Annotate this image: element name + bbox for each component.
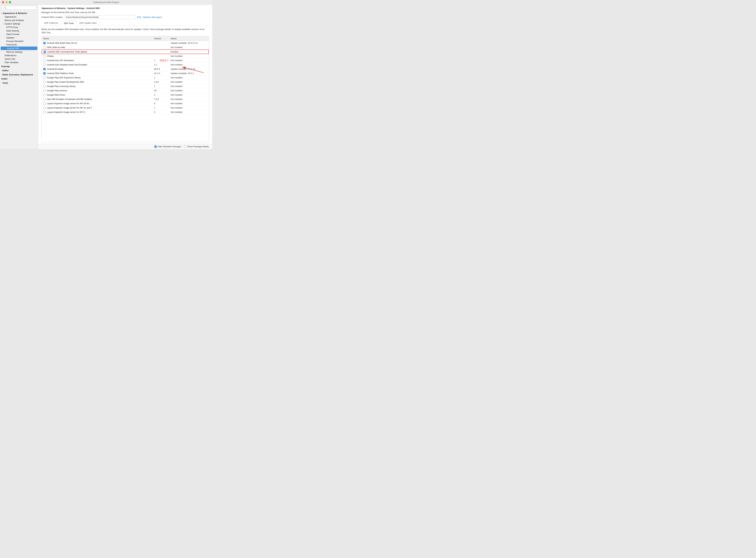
table-row: Android SDK Platform-Tools 31.0.3 Update… — [42, 71, 209, 76]
row-checkbox[interactable] — [43, 102, 46, 105]
window-controls[interactable] — [2, 1, 11, 3]
tab-sdk-update-sites[interactable]: SDK Update Sites — [77, 21, 99, 26]
table-body: Android SDK Build-Tools 33-rc2 Update Av… — [42, 41, 209, 114]
table-row: NDK (Side by side) Not Installed — [42, 45, 209, 50]
sdk-location-input[interactable] — [65, 15, 136, 19]
sdk-table: Name Version Status Android SDK Build-To… — [42, 36, 209, 142]
row-status: Installed — [170, 51, 207, 53]
hide-obsolete-checkbox[interactable] — [154, 146, 157, 148]
table-row: Google Web Driver 2 Not installed — [42, 93, 209, 97]
section-editor: › Editor — [0, 69, 38, 72]
sidebar-item-appearance-behavior[interactable]: ▾ Appearance & Behavior — [0, 11, 38, 15]
expand-arrow-system-settings-icon: ▾ — [3, 23, 4, 25]
row-checkbox[interactable] — [44, 51, 46, 53]
row-checkbox[interactable] — [43, 46, 46, 49]
row-name: Android SDK Platform-Tools — [47, 72, 74, 75]
row-name-cell: Google Play Instant Development SDK — [43, 81, 154, 83]
row-checkbox[interactable] — [43, 111, 46, 113]
row-status: Not installed — [171, 64, 207, 66]
close-button[interactable] — [2, 1, 4, 3]
sidebar-item-build-execution[interactable]: › Build, Execution, Deployment — [0, 73, 38, 77]
row-checkbox[interactable] — [43, 85, 46, 87]
sidebar-label-keymap: Keymap — [1, 65, 10, 68]
row-checkbox[interactable] — [43, 98, 46, 100]
row-checkbox[interactable] — [43, 55, 46, 57]
sidebar-item-tools[interactable]: › Tools — [0, 81, 38, 85]
row-version: 49 — [154, 89, 171, 92]
minimize-button[interactable] — [5, 1, 8, 3]
sidebar-item-menus-toolbars[interactable]: Menus and Toolbars — [0, 19, 38, 22]
row-checkbox[interactable] — [43, 77, 46, 79]
row-version: 6 — [154, 102, 171, 105]
sidebar-item-memory-settings[interactable]: Memory Settings — [0, 50, 38, 54]
breadcrumb: Appearance & Behavior › System Settings … — [42, 7, 209, 9]
row-name-cell: Android SDK Command-line Tools (latest) — [44, 51, 154, 53]
row-name-cell: Android Emulator — [43, 68, 154, 70]
table-row: Android SDK Command-line Tools (latest) … — [42, 50, 209, 54]
sidebar-item-android-sdk[interactable]: Android SDK — [1, 47, 37, 50]
row-checkbox[interactable] — [43, 42, 46, 44]
sidebar-item-appearance[interactable]: Appearance — [0, 15, 38, 19]
row-name: NDK (Side by side) — [47, 46, 65, 49]
section-kotlin: Kotlin — [0, 77, 38, 81]
row-name-cell: Android SDK Platform-Tools — [43, 72, 154, 75]
sidebar-item-process-elevation[interactable]: Process Elevation — [0, 40, 38, 43]
sidebar-item-keymap[interactable]: Keymap — [0, 65, 38, 68]
row-name: Android Auto API Simulators — [47, 59, 74, 61]
row-checkbox[interactable] — [43, 68, 46, 70]
row-checkbox[interactable] — [43, 107, 46, 109]
sidebar-item-notifications[interactable]: Notifications — [0, 54, 38, 57]
row-status: Not Installed — [171, 55, 207, 57]
sidebar-item-passwords[interactable]: Passwords — [0, 43, 38, 46]
sidebar-item-updates[interactable]: Updates — [0, 36, 38, 40]
sidebar-item-http-proxy[interactable]: HTTP Proxy — [0, 26, 38, 29]
row-name-cell: Layout Inspector image server for API 31… — [43, 106, 154, 109]
search-input[interactable] — [4, 7, 35, 9]
row-checkbox[interactable] — [43, 90, 46, 92]
row-name: Layout Inspector image server for API 31… — [47, 106, 92, 109]
expand-arrow-tools-icon: › — [1, 82, 2, 84]
row-name-cell: Android Auto Desktop Head Unit Emulator — [43, 64, 154, 66]
row-name: CMake — [47, 55, 54, 57]
sidebar-item-quick-lists[interactable]: Quick Lists — [0, 57, 38, 61]
optimize-disk-space-button[interactable]: Optimize disk space — [143, 16, 162, 18]
row-checkbox[interactable] — [43, 72, 46, 75]
row-name: Layout Inspector image server for API S — [47, 111, 85, 113]
sidebar-item-kotlin[interactable]: Kotlin — [0, 77, 38, 81]
row-version: 1 — [154, 106, 171, 109]
window-title: Preferences for New Projects — [93, 1, 119, 3]
sidebar-item-editor[interactable]: › Editor — [0, 69, 38, 72]
edit-button[interactable]: Edit — [137, 16, 141, 18]
row-checkbox[interactable] — [43, 59, 46, 61]
row-checkbox[interactable] — [43, 94, 46, 96]
tab-sdk-tools[interactable]: SDK Tools — [61, 21, 76, 26]
row-name-cell: Android Auto API Simulators — [43, 59, 154, 61]
content-body: Below are the available SDK developer to… — [38, 26, 212, 144]
row-checkbox[interactable] — [43, 81, 46, 83]
row-name-cell: Intel x86 Emulator Accelerator (HAXM ins… — [43, 98, 154, 100]
row-name: Layout Inspector image server for API 29… — [47, 102, 89, 105]
sidebar-label-build-execution: Build, Execution, Deployment — [2, 73, 33, 76]
tab-sdk-platforms[interactable]: SDK Platforms — [42, 21, 61, 26]
annotation-text: 就是这个 — [160, 59, 169, 62]
show-details-checkbox[interactable] — [184, 146, 186, 148]
row-version: 3 — [154, 111, 171, 113]
sidebar-item-path-variables[interactable]: Path Variables — [0, 61, 38, 64]
sidebar-item-system-settings[interactable]: ▾ System Settings — [0, 22, 38, 26]
row-version: 1 — [154, 76, 171, 79]
main-container: ⌕ ▾ Appearance & Behavior Appearance Men… — [0, 5, 212, 149]
maximize-button[interactable] — [9, 1, 11, 3]
header-name: Name — [43, 37, 154, 40]
sidebar-nav: ▾ Appearance & Behavior Appearance Menus… — [0, 10, 38, 149]
row-status: Update Available: 33.0.1 — [171, 72, 207, 75]
row-checkbox[interactable] — [43, 64, 46, 66]
breadcrumb-part-3: Android SDK — [87, 7, 100, 9]
sidebar-item-data-sharing[interactable]: Data Sharing — [0, 29, 38, 32]
search-box[interactable]: ⌕ — [1, 6, 36, 9]
sidebar-label-appearance-behavior: Appearance & Behavior — [3, 12, 27, 15]
sidebar-item-date-formats[interactable]: Date Formats — [0, 32, 38, 36]
row-name-cell: Layout Inspector image server for API 29… — [43, 102, 154, 105]
row-name: Android SDK Build-Tools 33-rc2 — [47, 42, 77, 44]
row-status: Not installed — [171, 89, 207, 92]
sidebar-label-tools: Tools — [2, 82, 8, 84]
